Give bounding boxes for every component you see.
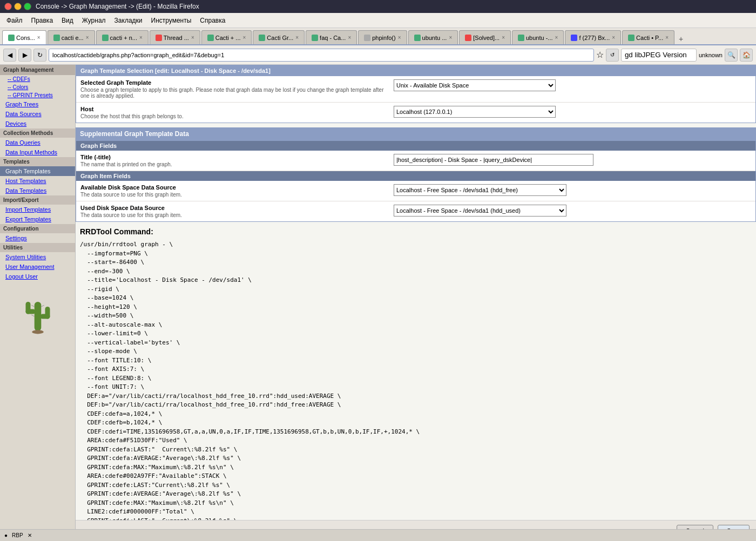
tab-9[interactable]: [Solved]... × [459,30,511,44]
sidebar-item-export[interactable]: Export Templates [0,214,75,224]
tab-4[interactable]: Cacti + ... × [201,30,252,44]
title-row: Title (-title) The name that is printed … [76,151,755,171]
used-select[interactable]: Localhost - Free Space - /dev/sda1 (hdd_… [394,205,566,217]
sidebar-item-user-management[interactable]: User Management [0,262,75,272]
graph-template-selection-section: Graph Template Selection [edit: Localhos… [76,65,756,123]
cactus-svg [19,292,57,341]
title-desc: The name that is printed on the graph. [80,161,394,167]
tab-label-8: ubuntu ... [422,35,447,41]
new-tab-button[interactable]: + [676,33,686,44]
tab-close-12[interactable]: × [665,35,669,40]
tab-label-0: Cons... [16,35,35,41]
tab-2[interactable]: cacti + n... × [96,30,148,44]
menu-edit[interactable]: Правка [27,15,58,26]
sidebar-item-devices[interactable]: Devices [0,119,75,129]
tab-close-4[interactable]: × [243,35,246,40]
menu-tools[interactable]: Инструменты [147,15,196,26]
sidebar-item-data-input[interactable]: Data Input Methods [0,147,75,157]
available-select[interactable]: Localhost - Free Space - /dev/sda1 (hdd_… [394,184,566,196]
tab-close-9[interactable]: × [502,35,505,40]
address-input[interactable] [49,49,594,62]
available-label-area: Available Disk Space Data Source The dat… [80,184,394,198]
sidebar-item-import[interactable]: Import Templates [0,205,75,214]
sidebar-item-data-templates[interactable]: Data Templates [0,186,75,195]
sidebar-top-item[interactable]: Graph Management [0,65,75,75]
window-title: Console -> Graph Management -> (Edit) - … [36,3,199,10]
search-button[interactable]: 🔍 [725,49,738,62]
sidebar-item-colors[interactable]: -- Colors [0,83,75,91]
svg-line-6 [41,305,44,307]
tab-8[interactable]: ubuntu ... × [408,30,458,44]
maximize-button[interactable] [24,3,31,10]
tab-label-9: [Solved]... [473,35,500,41]
selected-template-row: Selected Graph Template Choose a graph t… [76,76,755,103]
tab-close-7[interactable]: × [398,35,401,40]
sidebar-category-utilities: Utilities [0,243,75,252]
sidebar-item-graph-templates[interactable]: Graph Templates [0,166,75,176]
tab-close-0[interactable]: × [37,35,40,40]
refresh-icon[interactable]: ↺ [606,49,619,62]
tab-1[interactable]: cacti e... × [48,30,95,44]
sidebar-item-settings[interactable]: Settings [0,233,75,243]
host-select[interactable]: Localhost (127.0.0.1) [394,106,556,118]
sidebar-item-host-templates[interactable]: Host Templates [0,176,75,186]
tab-label-2: cacti + n... [110,35,137,41]
sidebar-item-cdefs[interactable]: -- CDEFs [0,75,75,83]
available-control: Localhost - Free Space - /dev/sda1 (hdd_… [394,184,751,196]
statusbar: ● RBP ✕ [0,529,756,541]
back-button[interactable]: ◀ [3,49,16,62]
sidebar-item-system-utilities[interactable]: System Utilities [0,252,75,262]
title-input[interactable] [394,154,593,166]
tab-favicon-11 [571,35,577,41]
tab-label-10: ubuntu -... [526,35,553,41]
tab-close-3[interactable]: × [191,35,194,40]
status-close[interactable]: ✕ [28,532,32,538]
tab-close-5[interactable]: × [295,35,299,40]
menu-help[interactable]: Справка [195,15,230,26]
tab-7[interactable]: phpinfo() × [358,30,407,44]
search-area: unknown 🔍 🏠 [621,49,753,62]
tab-close-2[interactable]: × [139,35,143,40]
tab-0[interactable]: Cons... × [2,30,46,44]
selected-template-label-area: Selected Graph Template Choose a graph t… [80,79,394,99]
home-button[interactable]: 🏠 [740,49,753,62]
tab-11[interactable]: f (277) Bx... × [565,30,621,44]
close-button[interactable] [4,3,12,10]
search-input[interactable] [621,49,697,62]
menu-view[interactable]: Вид [57,15,78,26]
sidebar-item-gprint[interactable]: -- GPRINT Presets [0,91,75,99]
menu-journal[interactable]: Журнал [78,15,110,26]
supplemental-header: Supplemental Graph Template Data [76,127,756,140]
forward-button[interactable]: ▶ [18,49,31,62]
menu-file[interactable]: Файл [2,15,27,26]
sidebar-item-data-queries[interactable]: Data Queries [0,138,75,147]
sidebar-category-config: Configuration [0,224,75,233]
tab-favicon-12 [628,35,634,41]
graph-template-selection-title: Graph Template Selection [edit: Localhos… [80,67,271,74]
sidebar-item-graph-trees[interactable]: Graph Trees [0,99,75,109]
supplemental-form: Graph Fields Title (-title) The name tha… [76,140,756,222]
minimize-button[interactable] [14,3,22,10]
sidebar-item-logout[interactable]: Logout User [0,272,75,281]
tab-close-10[interactable]: × [555,35,558,40]
menu-bookmarks[interactable]: Закладки [110,15,147,26]
sidebar-category-import-export: Import/Export [0,195,75,205]
tab-close-11[interactable]: × [612,35,615,40]
star-icon[interactable]: ☆ [596,50,604,60]
sidebar-item-data-sources[interactable]: Data Sources [0,109,75,119]
tab-close-6[interactable]: × [348,35,351,40]
status-info: RBP [12,532,23,538]
tab-5[interactable]: Cacti Gr... × [253,30,305,44]
tab-10[interactable]: ubuntu -... × [512,30,564,44]
refresh-button[interactable]: ↻ [33,49,46,62]
tab-close-1[interactable]: × [86,35,89,40]
title-control [394,154,751,166]
used-disk-row: Used Disk Space Data Source The data sou… [76,201,755,221]
used-control: Localhost - Free Space - /dev/sda1 (hdd_… [394,205,751,217]
tab-12[interactable]: Cacti • P... × [622,30,674,44]
tab-close-8[interactable]: × [449,35,452,40]
title-label-area: Title (-title) The name that is printed … [80,154,394,167]
selected-template-select[interactable]: Unix - Available Disk Space [394,79,556,91]
tab-3[interactable]: Thread ... × [150,30,200,44]
tab-6[interactable]: faq - Ca... × [306,30,357,44]
